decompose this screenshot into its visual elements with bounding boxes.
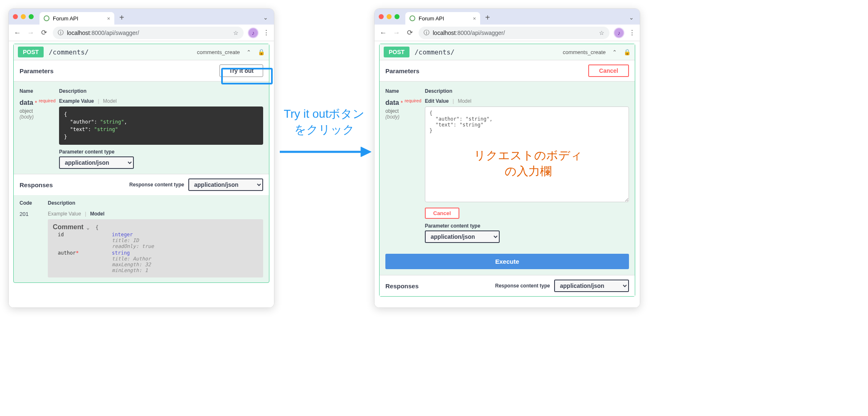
arrow-icon xyxy=(278,146,373,158)
tab-resp-example[interactable]: Example Value xyxy=(48,211,81,217)
tab-list-chevron-icon[interactable]: ⌄ xyxy=(627,14,636,21)
tab-edit-value[interactable]: Edit Value xyxy=(425,98,449,104)
model-box: Comment ⌄ { idinteger title: ID readOnly… xyxy=(48,219,263,277)
window-controls xyxy=(379,14,399,19)
tab-resp-model[interactable]: Model xyxy=(90,211,105,217)
profile-avatar[interactable]: ♪ xyxy=(614,27,624,38)
site-info-icon[interactable]: ⓘ xyxy=(58,29,64,37)
tab-model[interactable]: Model xyxy=(103,98,117,104)
maximize-window-icon[interactable] xyxy=(29,14,34,19)
back-button[interactable]: ← xyxy=(379,29,388,37)
required-star-icon: * xyxy=(401,99,403,106)
col-name-header: Name xyxy=(385,88,425,94)
model-prop-type: string xyxy=(112,250,130,256)
cancel-inline-button[interactable]: Cancel xyxy=(425,208,459,219)
response-code: 201 xyxy=(20,211,48,277)
browser-toolbar: ← → ⟳ ⓘ localhost:8000/api/swagger/ ☆ ♪ … xyxy=(9,25,274,41)
model-prop-type: integer xyxy=(112,232,133,238)
model-prop-name: author* xyxy=(58,250,112,256)
model-expand-icon[interactable]: ⌄ xyxy=(86,225,89,230)
lock-icon[interactable]: 🔒 xyxy=(624,49,631,55)
new-tab-button[interactable]: + xyxy=(485,13,490,22)
operation-id: comments_create xyxy=(197,49,240,55)
col-desc-header: Description xyxy=(425,88,452,94)
edit-model-tabs: Edit Value | Model xyxy=(425,98,629,104)
address-bar[interactable]: ⓘ localhost:8000/api/swagger/ ☆ xyxy=(53,27,244,39)
browser-tab[interactable]: Forum API × xyxy=(39,12,114,25)
parameters-header: Parameters Try it out xyxy=(14,60,269,82)
profile-avatar[interactable]: ♪ xyxy=(248,27,259,38)
model-note: readOnly: true xyxy=(112,243,258,249)
param-type: object xyxy=(385,108,425,114)
operation-id: comments_create xyxy=(563,49,606,55)
bookmark-star-icon[interactable]: ☆ xyxy=(599,30,604,36)
page-content: POST /comments/ comments_create ⌃ 🔒 Para… xyxy=(9,41,274,307)
back-button[interactable]: ← xyxy=(13,29,22,37)
minimize-window-icon[interactable] xyxy=(21,14,26,19)
kebab-menu-icon[interactable]: ⋮ xyxy=(263,28,270,37)
try-it-out-button[interactable]: Try it out xyxy=(219,64,263,77)
responses-title: Responses xyxy=(385,282,419,290)
minimize-window-icon[interactable] xyxy=(387,14,392,19)
cancel-button[interactable]: Cancel xyxy=(588,64,629,77)
content-type-select[interactable]: application/json xyxy=(425,230,500,243)
favicon-icon xyxy=(44,15,49,21)
tab-list-chevron-icon[interactable]: ⌄ xyxy=(261,14,270,21)
example-json-box[interactable]: { "author": "string", "text": "string" } xyxy=(59,106,263,145)
tab-close-icon[interactable]: × xyxy=(107,15,110,22)
close-window-icon[interactable] xyxy=(13,14,18,19)
swagger-opblock: POST /comments/ comments_create ⌃ 🔒 Para… xyxy=(13,44,269,283)
opblock-summary[interactable]: POST /comments/ comments_create ⌃ 🔒 xyxy=(380,44,635,60)
col-name-header: Name xyxy=(20,88,59,94)
col-desc-header: Description xyxy=(59,88,86,94)
model-prop-name: id xyxy=(58,232,112,238)
model-note: title: Author xyxy=(112,256,258,262)
bookmark-star-icon[interactable]: ☆ xyxy=(233,30,239,36)
window-controls xyxy=(13,14,34,19)
tab-close-icon[interactable]: × xyxy=(473,15,476,22)
param-meta: data * required object (body) xyxy=(20,98,59,120)
annotation-line: Try it outボタン xyxy=(274,106,374,122)
parameters-body: Name Description data * required object … xyxy=(14,82,269,174)
params-columns: Name Description xyxy=(385,87,629,98)
site-info-icon[interactable]: ⓘ xyxy=(424,29,429,37)
opblock-summary[interactable]: POST /comments/ comments_create ⌃ 🔒 xyxy=(14,44,269,60)
address-bar[interactable]: ⓘ localhost:8000/api/swagger/ ☆ xyxy=(419,27,609,39)
reload-button[interactable]: ⟳ xyxy=(39,28,49,37)
model-note: title: ID xyxy=(112,238,258,243)
lock-icon[interactable]: 🔒 xyxy=(258,49,265,55)
new-tab-button[interactable]: + xyxy=(119,13,124,22)
execute-button[interactable]: Execute xyxy=(385,254,629,269)
responses-header: Responses Response content type applicat… xyxy=(380,275,635,296)
reload-button[interactable]: ⟳ xyxy=(405,28,414,37)
forward-button: → xyxy=(392,29,401,37)
example-model-tabs: Example Value | Model xyxy=(59,98,263,104)
param-name: data xyxy=(385,99,399,106)
required-label: required xyxy=(404,98,421,103)
maximize-window-icon[interactable] xyxy=(395,14,399,19)
annotation-line: リクエストのボディ xyxy=(459,148,597,163)
params-columns: Name Description xyxy=(20,87,263,98)
kebab-menu-icon[interactable]: ⋮ xyxy=(629,28,636,37)
resp-example-model-tabs: Example Value | Model xyxy=(48,211,263,217)
response-content-type-label: Response content type xyxy=(129,182,184,188)
browser-tab[interactable]: Forum API × xyxy=(405,12,480,25)
chevron-up-icon: ⌃ xyxy=(247,49,251,55)
endpoint-path: /comments/ xyxy=(414,48,454,56)
titlebar: Forum API × + ⌄ xyxy=(9,9,274,25)
tab-example-value[interactable]: Example Value xyxy=(59,98,94,104)
tab-model[interactable]: Model xyxy=(458,98,471,104)
svg-marker-1 xyxy=(361,147,371,157)
required-label: required xyxy=(39,98,55,103)
tab-title: Forum API xyxy=(53,15,78,22)
content-type-select[interactable]: application/json xyxy=(59,156,134,169)
close-window-icon[interactable] xyxy=(379,14,384,19)
response-content-type-select[interactable]: application/json xyxy=(188,178,263,191)
code-header: Code xyxy=(20,200,48,206)
content-type-label: Parameter content type xyxy=(425,223,629,229)
model-note: minLength: 1 xyxy=(112,267,258,273)
response-content-type-select[interactable]: application/json xyxy=(554,280,629,292)
param-name: data xyxy=(20,99,33,106)
model-note: maxLength: 32 xyxy=(112,262,258,267)
param-type: object xyxy=(20,108,59,114)
